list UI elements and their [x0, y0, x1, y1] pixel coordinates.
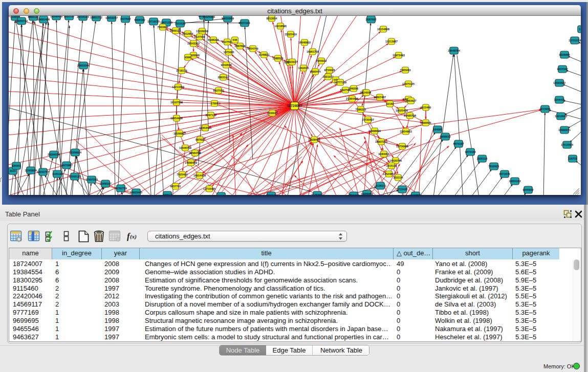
svg-text:15751074: 15751074 [569, 39, 581, 42]
svg-text:20691406: 20691406 [37, 18, 50, 21]
svg-text:17016504: 17016504 [561, 143, 573, 146]
svg-text:25053346: 25053346 [77, 64, 90, 67]
svg-text:2087662: 2087662 [366, 18, 377, 21]
svg-text:7625402: 7625402 [177, 173, 188, 176]
svg-text:10688609: 10688609 [368, 129, 381, 133]
svg-text:1145193: 1145193 [52, 172, 63, 176]
svg-text:16640910: 16640910 [298, 41, 311, 44]
svg-text:15066853: 15066853 [361, 192, 373, 195]
svg-text:252214: 252214 [394, 176, 403, 179]
svg-text:624554: 624554 [362, 91, 371, 94]
svg-text:9899695: 9899695 [421, 121, 431, 124]
svg-text:16210643: 16210643 [555, 115, 567, 118]
svg-text:5022727: 5022727 [64, 16, 75, 18]
svg-text:10046768: 10046768 [179, 146, 191, 149]
svg-text:8186328: 8186328 [208, 38, 219, 41]
svg-text:7632621: 7632621 [489, 165, 499, 168]
svg-text:10543362: 10543362 [187, 42, 200, 45]
svg-text:11938454: 11938454 [308, 138, 320, 141]
svg-text:9242848: 9242848 [221, 63, 232, 67]
svg-text:3750906: 3750906 [349, 194, 359, 195]
svg-text:1527602: 1527602 [120, 17, 131, 20]
svg-text:1621072: 1621072 [323, 75, 334, 78]
svg-text:6679197: 6679197 [453, 142, 464, 145]
svg-text:10653257: 10653257 [105, 16, 118, 19]
svg-text:2718179: 2718179 [177, 69, 187, 72]
svg-text:20948752: 20948752 [215, 194, 227, 195]
svg-text:7515526: 7515526 [175, 22, 186, 25]
svg-text:1875685: 1875685 [224, 51, 234, 54]
svg-text:9115460: 9115460 [421, 106, 431, 109]
svg-text:18724007: 18724007 [287, 104, 302, 107]
svg-text:11565829: 11565829 [25, 169, 37, 172]
svg-text:8267130: 8267130 [206, 114, 216, 117]
svg-text:12353594: 12353594 [199, 126, 211, 129]
svg-text:10654112: 10654112 [509, 180, 521, 183]
svg-text:8471676: 8471676 [499, 172, 510, 176]
svg-text:(x): (x) [130, 233, 137, 240]
svg-text:19756928: 19756928 [396, 145, 408, 148]
svg-text:546: 546 [233, 38, 237, 41]
svg-text:14218596: 14218596 [274, 25, 287, 28]
svg-text:17957253: 17957253 [85, 178, 98, 181]
svg-text:9184067: 9184067 [379, 152, 389, 156]
svg-text:8813054: 8813054 [267, 17, 277, 20]
svg-text:19975867: 19975867 [60, 164, 73, 167]
svg-text:9657791: 9657791 [170, 185, 181, 188]
svg-text:11654923: 11654923 [400, 130, 412, 133]
svg-text:19777169: 19777169 [334, 81, 346, 84]
svg-text:20425300: 20425300 [203, 16, 215, 18]
svg-text:8427552: 8427552 [213, 89, 224, 92]
svg-text:9227342: 9227342 [557, 68, 568, 71]
svg-text:18907293: 18907293 [375, 140, 387, 143]
svg-text:12213987: 12213987 [385, 40, 398, 43]
svg-text:2935114: 2935114 [477, 157, 488, 160]
svg-text:8322037: 8322037 [287, 60, 298, 63]
svg-text:1615132: 1615132 [386, 164, 397, 167]
svg-text:835951: 835951 [12, 164, 21, 167]
svg-text:16648784: 16648784 [448, 49, 460, 52]
svg-text:13226058: 13226058 [196, 30, 208, 33]
svg-text:1530027: 1530027 [267, 112, 278, 115]
svg-text:9127508: 9127508 [222, 40, 233, 43]
svg-text:9245652: 9245652 [523, 188, 534, 191]
svg-text:6466160: 6466160 [135, 18, 145, 21]
svg-text:7485063: 7485063 [400, 69, 411, 72]
svg-text:1733426: 1733426 [397, 188, 408, 191]
svg-text:15720407: 15720407 [362, 118, 374, 121]
svg-text:12923445: 12923445 [130, 191, 142, 194]
svg-text:1244415: 1244415 [554, 98, 565, 101]
svg-text:16033809: 16033809 [222, 17, 234, 20]
svg-text:9734028: 9734028 [324, 69, 335, 72]
svg-text:7663822: 7663822 [158, 26, 168, 29]
svg-text:164095: 164095 [433, 128, 442, 131]
svg-text:7955812: 7955812 [316, 59, 327, 62]
svg-text:8454749: 8454749 [248, 47, 258, 50]
svg-text:12213383: 12213383 [172, 85, 184, 89]
svg-text:14136141: 14136141 [374, 184, 386, 187]
svg-text:14055712: 14055712 [15, 19, 28, 23]
svg-text:21782994: 21782994 [311, 193, 323, 195]
svg-text:20206556: 20206556 [48, 153, 60, 156]
svg-text:13524851: 13524851 [383, 172, 395, 176]
svg-text:16851712: 16851712 [90, 16, 102, 19]
svg-text:62160: 62160 [386, 102, 394, 105]
svg-text:13716485: 13716485 [203, 187, 215, 190]
svg-text:21364436: 21364436 [346, 97, 358, 100]
svg-text:14548459: 14548459 [50, 16, 62, 18]
svg-text:3215955: 3215955 [540, 107, 551, 111]
svg-text:11325419: 11325419 [285, 33, 297, 36]
svg-text:8938913: 8938913 [440, 135, 451, 138]
svg-text:9474444: 9474444 [465, 150, 476, 154]
svg-text:14099489: 14099489 [185, 161, 197, 164]
svg-text:150513: 150513 [163, 193, 172, 195]
svg-text:12359924: 12359924 [69, 151, 81, 154]
svg-text:15692971: 15692971 [558, 128, 571, 132]
svg-text:19166827: 19166827 [173, 132, 186, 135]
svg-text:23057783: 23057783 [409, 194, 422, 195]
svg-text:746206: 746206 [349, 87, 358, 90]
svg-text:9463627: 9463627 [406, 99, 417, 102]
svg-text:8912954: 8912954 [183, 32, 193, 35]
svg-text:12942757: 12942757 [37, 170, 49, 173]
svg-text:12093822: 12093822 [553, 81, 565, 84]
